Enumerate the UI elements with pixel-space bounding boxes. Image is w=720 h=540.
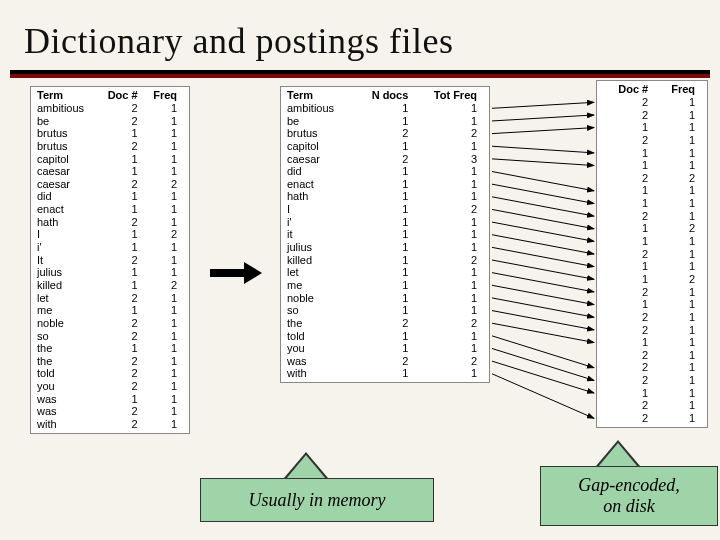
arrow-left-to-mid: [210, 262, 262, 284]
table-row: 11: [601, 298, 703, 311]
col-ndocs: N docs: [356, 89, 416, 102]
table-row: hath11: [285, 190, 485, 203]
table-row: 11: [601, 147, 703, 160]
table-row: 11: [601, 184, 703, 197]
table-row: 11: [601, 260, 703, 273]
col-freq: Freq: [146, 89, 185, 102]
svg-line-1: [492, 102, 594, 108]
svg-line-6: [492, 172, 594, 191]
table-row: brutus22: [285, 127, 485, 140]
svg-line-16: [492, 298, 594, 317]
table-row: told21: [35, 367, 185, 380]
table-row: killed12: [285, 254, 485, 267]
table-row: me11: [285, 279, 485, 292]
svg-line-19: [492, 336, 594, 368]
table-row: i'11: [35, 241, 185, 254]
table-row: was21: [35, 405, 185, 418]
table-row: with11: [285, 367, 485, 380]
col-totfreq: Tot Freq: [416, 89, 485, 102]
table-row: It21: [35, 254, 185, 267]
table-row: be11: [285, 115, 485, 128]
table-row: was22: [285, 355, 485, 368]
svg-line-20: [492, 348, 594, 380]
table-row: 12: [601, 222, 703, 235]
col-term: Term: [285, 89, 356, 102]
table-row: you21: [35, 380, 185, 393]
table-row: 21: [601, 134, 703, 147]
table-row: did11: [35, 190, 185, 203]
table-row: 11: [601, 159, 703, 172]
svg-line-15: [492, 285, 594, 304]
table-row: hath21: [35, 216, 185, 229]
table-row: 21: [601, 361, 703, 374]
svg-line-13: [492, 260, 594, 279]
table-row: so21: [35, 330, 185, 343]
table-row: 21: [601, 412, 703, 425]
table-row: be21: [35, 115, 185, 128]
table-row: capitol11: [35, 153, 185, 166]
table-row: let11: [285, 266, 485, 279]
table-row: enact11: [35, 203, 185, 216]
table-row: noble11: [285, 292, 485, 305]
col-doc: Doc #: [601, 83, 656, 96]
svg-line-10: [492, 222, 594, 241]
table-row: the11: [35, 342, 185, 355]
table-row: 11: [601, 197, 703, 210]
table-row: I12: [35, 228, 185, 241]
table-row: brutus21: [35, 140, 185, 153]
svg-line-8: [492, 197, 594, 216]
table-row: enact11: [285, 178, 485, 191]
table-row: the21: [35, 355, 185, 368]
table-row: julius11: [35, 266, 185, 279]
table-row: 11: [601, 387, 703, 400]
table-row: 21: [601, 374, 703, 387]
table-row: julius11: [285, 241, 485, 254]
table-row: 11: [601, 121, 703, 134]
svg-line-12: [492, 247, 594, 266]
table-row: i'11: [285, 216, 485, 229]
callout-usually-in-memory: Usually in memory: [200, 478, 434, 522]
table-row: it11: [285, 228, 485, 241]
table-row: ambitious11: [285, 102, 485, 115]
table-row: ambitious21: [35, 102, 185, 115]
svg-line-2: [492, 115, 594, 121]
table-row: told11: [285, 330, 485, 343]
svg-line-3: [492, 128, 594, 134]
table-row: 21: [601, 349, 703, 362]
table-row: the22: [285, 317, 485, 330]
svg-line-17: [492, 311, 594, 330]
svg-line-5: [492, 159, 594, 166]
col-doc: Doc #: [99, 89, 146, 102]
table-row: 21: [601, 210, 703, 223]
svg-line-18: [492, 323, 594, 342]
table-row: with21: [35, 418, 185, 431]
svg-line-4: [492, 146, 594, 153]
table-row: 22: [601, 172, 703, 185]
table-row: did11: [285, 165, 485, 178]
table-row: 11: [601, 235, 703, 248]
table-row: capitol11: [285, 140, 485, 153]
slide-title: Dictionary and postings files: [24, 20, 453, 62]
table-row: caesar23: [285, 153, 485, 166]
table-row: so11: [285, 304, 485, 317]
callout-gap-encoded-on-disk: Gap-encoded, on disk: [540, 466, 718, 526]
table-row: 21: [601, 311, 703, 324]
postings-file-table: Doc # Freq 21211121111122111121121121111…: [596, 80, 708, 428]
table-row: 21: [601, 96, 703, 109]
table-row: 21: [601, 286, 703, 299]
table-row: 21: [601, 324, 703, 337]
table-row: noble21: [35, 317, 185, 330]
table-row: 21: [601, 399, 703, 412]
svg-line-7: [492, 184, 594, 203]
table-row: was11: [35, 393, 185, 406]
svg-line-9: [492, 209, 594, 228]
dictionary-table: Term N docs Tot Freq ambitious11be11brut…: [280, 86, 490, 383]
svg-line-14: [492, 273, 594, 292]
title-rule: [10, 70, 710, 78]
svg-line-11: [492, 235, 594, 254]
table-row: 21: [601, 248, 703, 261]
table-row: killed12: [35, 279, 185, 292]
table-row: brutus11: [35, 127, 185, 140]
table-row: 11: [601, 336, 703, 349]
callout-memory-text: Usually in memory: [249, 490, 386, 511]
